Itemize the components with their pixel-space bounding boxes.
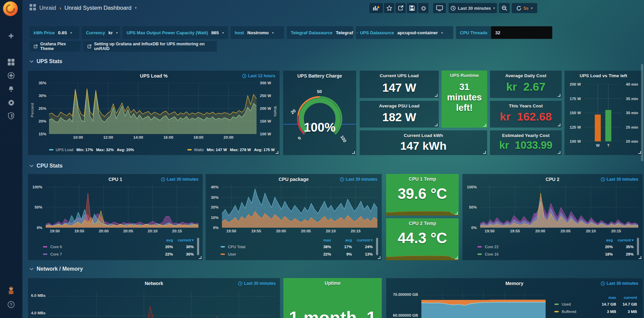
panel-cpu2-temp[interactable]: CPU 2 Temp 44.3 °C <box>386 218 459 260</box>
legend-row[interactable]: Core 2220%35% <box>476 243 634 251</box>
cpu1-chart[interactable] <box>46 185 198 228</box>
cpu-package-chart[interactable] <box>222 185 377 228</box>
dashboard-title[interactable]: Unraid System Dashboard <box>64 5 131 11</box>
add-panel-button[interactable] <box>369 3 383 13</box>
legend-col-current[interactable]: current <box>173 238 194 242</box>
panel-ups-runtime[interactable]: UPS Runtime 31 minutes left! <box>442 71 487 128</box>
alerting-bell-icon[interactable] <box>0 83 22 95</box>
panel-current-load-kwh[interactable]: Current Load kWh 147 kWh <box>360 130 487 155</box>
panel-title[interactable]: UPS Battery Charge <box>283 73 356 79</box>
panel-title[interactable]: Uptime <box>283 280 382 286</box>
legend-scrollbar[interactable] <box>197 238 199 255</box>
legend-watts[interactable]: Watts Min: 147 W Max: 278 W Avg: 175 W <box>187 148 275 152</box>
share-button[interactable] <box>396 3 406 13</box>
chevron-down-icon[interactable]: ▾ <box>272 31 274 35</box>
star-button[interactable] <box>384 3 394 13</box>
panel-ups-battery-charge[interactable]: UPS Battery Charge 0 20 50 100 100% <box>283 71 356 155</box>
ups-vs-time-bar-chart[interactable] <box>584 84 622 141</box>
ups-load-chart[interactable] <box>49 83 257 134</box>
legend-ups-load[interactable]: UPS Load Min: 17% Max: 32% Avg: 20% <box>49 148 134 152</box>
chevron-down-icon[interactable]: ▾ <box>441 31 443 35</box>
panel-title[interactable]: Average Daily Cost <box>490 73 561 78</box>
panel-cpu1-temp[interactable]: CPU 1 Temp 39.6 °C <box>386 174 459 216</box>
panel-average-daily-cost[interactable]: Average Daily Cost kr 2.67 <box>490 71 562 98</box>
legend-col-current[interactable]: current <box>616 296 637 300</box>
cpu2-legend[interactable]: avgcurrent Core 2220%35% Core 1618%29% <box>476 237 634 258</box>
chevron-down-icon[interactable]: ▾ <box>222 31 224 35</box>
legend-row[interactable]: Used14.7 GB14.7 GB <box>553 301 637 308</box>
panel-time-range[interactable]: Last 30 minutes <box>340 177 377 182</box>
legend-col-max[interactable]: max <box>595 296 616 300</box>
legend-row[interactable]: Core 620%30% <box>42 243 194 251</box>
panel-title[interactable]: This Years Cost <box>490 103 561 108</box>
panel-title[interactable]: CPU 2 Temp <box>386 221 459 226</box>
cpu2-chart[interactable] <box>480 185 638 228</box>
memory-chart[interactable] <box>421 290 546 318</box>
dashboards-icon[interactable] <box>0 56 22 69</box>
section-network-memory[interactable]: Network / Memory <box>30 266 83 272</box>
legend-col-current[interactable]: current <box>613 238 634 242</box>
panel-cpu1-graph[interactable]: CPU 1 Last 30 minutes 100%50%0% 19:5019:… <box>28 174 203 260</box>
legend-scrollbar[interactable] <box>376 238 378 255</box>
legend-col-avg[interactable]: avg <box>331 238 352 242</box>
time-range-picker[interactable]: Last 30 minutes ▾ <box>449 3 497 13</box>
series-name[interactable]: Core 6 <box>50 245 152 249</box>
panel-title[interactable]: Current UPS Load <box>360 73 439 78</box>
panel-time-range[interactable]: Last 30 minutes <box>238 281 276 286</box>
panel-time-range[interactable]: Last 30 minutes <box>601 281 638 286</box>
legend-row[interactable]: CPU Total38%17%24% <box>219 243 373 251</box>
panel-time-range[interactable]: Last 12 hours <box>242 74 275 78</box>
link-grafana-plex-theme[interactable]: Grafana Plex Theme <box>30 41 81 52</box>
variable-value[interactable]: Nostromo <box>247 30 269 35</box>
panel-cpu-package-graph[interactable]: CPU package Last 30 minutes 40%30%20%10%… <box>205 174 382 260</box>
breadcrumb-app[interactable]: Unraid <box>39 5 56 11</box>
user-avatar[interactable] <box>0 284 22 297</box>
panel-memory-graph[interactable]: Memory Last 30 minutes 70.000000 GB60.00… <box>386 278 643 318</box>
chevron-down-icon[interactable]: ▾ <box>70 31 72 35</box>
series-name[interactable]: User <box>228 252 310 256</box>
network-chart[interactable] <box>49 290 275 318</box>
variable-value[interactable]: apcupsd-container <box>397 30 438 35</box>
panel-time-range[interactable]: Last 30 minutes <box>601 177 638 182</box>
legend-col-max[interactable]: max <box>310 238 331 242</box>
refresh-picker[interactable]: 5s ▾ <box>512 3 537 13</box>
series-name[interactable]: Core 22 <box>485 245 592 249</box>
series-name[interactable]: CPU Total <box>228 245 310 249</box>
add-icon[interactable] <box>0 30 22 42</box>
link-ups-monitoring-guide[interactable]: Setting up Grafana and InfluxDB for UPS … <box>83 41 217 52</box>
legend-scrollbar[interactable] <box>637 238 639 255</box>
legend-row[interactable]: Buffered3 MB3 MB <box>553 308 637 315</box>
panel-title[interactable]: UPS Load vs Time left <box>565 73 642 78</box>
cpu-threads-input[interactable]: 32 <box>491 26 552 39</box>
series-name[interactable]: Used <box>562 302 595 306</box>
save-button[interactable] <box>407 3 417 13</box>
legend-series-name[interactable]: Watts <box>194 148 204 152</box>
panel-title[interactable]: CPU 1 Temp <box>386 176 459 182</box>
panel-title[interactable]: Average PSU Load <box>360 103 439 108</box>
panel-title[interactable]: Current Load kWh <box>360 133 487 138</box>
settings-gear-button[interactable] <box>418 3 428 13</box>
apps-grid-icon[interactable] <box>30 4 36 12</box>
panel-this-years-cost[interactable]: This Years Cost kr 162.68 <box>490 101 562 128</box>
dashboard-caret-icon[interactable]: ▾ <box>135 6 137 10</box>
panel-uptime[interactable]: Uptime 1 month, 1 <box>283 278 382 318</box>
page-scrollbar[interactable] <box>641 64 643 161</box>
section-ups-stats[interactable]: UPS Stats <box>30 58 62 64</box>
legend-row[interactable]: User22%9%13% <box>219 251 373 258</box>
chevron-down-icon[interactable]: ▾ <box>116 31 118 35</box>
panel-network-graph[interactable]: Network Last 30 minutes 6.0 MBs4.0 MBs2.… <box>28 278 280 318</box>
cpu1-legend[interactable]: avgcurrent Core 620%30% Core 722%30% <box>42 237 194 258</box>
variable-value[interactable]: 865 <box>211 30 219 35</box>
zoom-out-button[interactable] <box>499 3 510 13</box>
panel-current-ups-load[interactable]: Current UPS Load 147 W <box>360 71 439 98</box>
grafana-logo-icon[interactable] <box>3 1 18 16</box>
legend-col-current[interactable]: current <box>352 238 373 242</box>
variable-value[interactable]: 0.65 <box>58 30 67 35</box>
memory-legend[interactable]: maxcurrent Used14.7 GB14.7 GB Buffered3 … <box>553 294 637 315</box>
configuration-gear-icon[interactable] <box>0 96 22 109</box>
server-admin-shield-icon[interactable] <box>0 109 22 122</box>
legend-series-name[interactable]: UPS Load <box>56 148 73 152</box>
panel-estimated-yearly-cost[interactable]: Estimated Yearly Cost kr 1033.99 <box>490 130 562 155</box>
legend-col-avg[interactable]: avg <box>152 238 173 242</box>
cycle-view-monitor-button[interactable] <box>433 3 446 13</box>
